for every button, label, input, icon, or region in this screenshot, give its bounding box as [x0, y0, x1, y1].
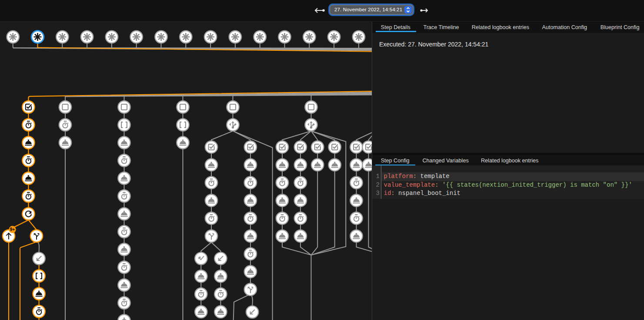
svg-text:9+: 9+	[10, 227, 15, 232]
